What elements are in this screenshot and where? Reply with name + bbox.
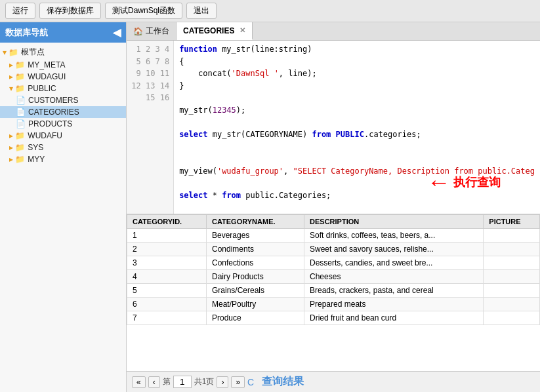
- page-label: 第: [163, 376, 171, 387]
- table-cell: [484, 298, 540, 311]
- main-layout: 数据库导航 ◀ ▾ 📁根节点 ▸ 📁MY_META ▸ 📁WUDAGUI ▾ 📁…: [0, 22, 540, 392]
- file-icon: 📄: [16, 119, 26, 128]
- folder-icon: ▾ 📁: [9, 84, 25, 93]
- sidebar-item-sys[interactable]: ▸ 📁SYS: [0, 142, 126, 153]
- last-page-button[interactable]: »: [231, 376, 245, 388]
- table-cell: Condiments: [206, 243, 304, 256]
- table-cell: 6: [127, 298, 207, 311]
- tab-label: 工作台: [146, 26, 169, 37]
- table-cell: [484, 270, 540, 284]
- code-line-3: concat('DawnSql ', line);: [179, 69, 317, 78]
- table-row: 1BeveragesSoft drinks, coffees, teas, be…: [127, 229, 540, 243]
- file-icon: 📄: [16, 108, 26, 117]
- sidebar-item-myy[interactable]: ▸ 📁MYY: [0, 153, 126, 165]
- results-table-header: CATEGORYID.CATEGORYNAME.DESCRIPTIONPICTU…: [127, 215, 540, 229]
- tree-item-label: CUSTOMERS: [28, 96, 78, 105]
- refresh-icon[interactable]: C: [247, 377, 254, 387]
- sidebar-item-public[interactable]: ▾ 📁PUBLIC: [0, 83, 126, 94]
- table-cell: Confections: [206, 256, 304, 270]
- file-icon: 📄: [16, 96, 26, 105]
- sidebar-collapse-arrow[interactable]: ◀: [113, 26, 121, 39]
- sidebar-item-customers[interactable]: 📄CUSTOMERS: [0, 94, 126, 106]
- home-icon: 🏠: [133, 27, 143, 36]
- tree-item-label: CATEGORIES: [28, 108, 79, 117]
- sidebar-item-wudagui[interactable]: ▸ 📁WUDAGUI: [0, 71, 126, 83]
- table-cell: Desserts, candies, and sweet bre...: [304, 256, 484, 270]
- first-page-button[interactable]: «: [132, 376, 146, 388]
- tree-item-label: MY_META: [28, 60, 65, 69]
- results-panel: CATEGORYID.CATEGORYNAME.DESCRIPTIONPICTU…: [127, 214, 540, 392]
- code-line-8: select my_str(CATEGORYNAME) from PUBLIC.…: [179, 130, 421, 139]
- col-header: DESCRIPTION: [304, 215, 484, 229]
- sidebar-item-categories[interactable]: 📄CATEGORIES: [0, 106, 126, 118]
- table-row: 7ProduceDried fruit and bean curd: [127, 311, 540, 325]
- sidebar-item-root[interactable]: ▾ 📁根节点: [0, 45, 126, 59]
- table-row: 3ConfectionsDesserts, candies, and sweet…: [127, 256, 540, 270]
- table-cell: Dried fruit and bean curd: [304, 311, 484, 325]
- code-line-6: my_str(12345);: [179, 106, 245, 115]
- table-cell: Cheeses: [304, 270, 484, 284]
- sidebar-item-wudafu[interactable]: ▸ 📁WUDAFU: [0, 130, 126, 142]
- table-cell: [484, 256, 540, 270]
- results-table: CATEGORYID.CATEGORYNAME.DESCRIPTIONPICTU…: [127, 214, 540, 325]
- table-cell: Breads, crackers, pasta, and cereal: [304, 284, 484, 298]
- table-cell: [484, 229, 540, 243]
- table-cell: Beverages: [206, 229, 304, 243]
- code-line-11: my_view('wudafu_group', "SELECT Category…: [179, 167, 535, 176]
- code-line-2: {: [179, 57, 184, 66]
- results-table-wrap[interactable]: CATEGORYID.CATEGORYNAME.DESCRIPTIONPICTU…: [127, 214, 540, 371]
- tree-item-label: 根节点: [21, 47, 45, 58]
- next-page-button[interactable]: ›: [217, 376, 228, 388]
- table-row: 4Dairy ProductsCheeses: [127, 270, 540, 284]
- sidebar-tree: ▾ 📁根节点 ▸ 📁MY_META ▸ 📁WUDAGUI ▾ 📁PUBLIC 📄…: [0, 43, 126, 392]
- sidebar-item-products[interactable]: 📄PRODUCTS: [0, 118, 126, 130]
- table-cell: Dairy Products: [206, 270, 304, 284]
- folder-icon: ▸ 📁: [9, 60, 25, 69]
- table-row: 6Meat/PoultryPrepared meats: [127, 298, 540, 311]
- sidebar-header: 数据库导航 ◀: [0, 22, 126, 43]
- content-area: 🏠工作台CATEGORIES✕ 1 2 3 4 5 6 7 8 9 10 11 …: [127, 22, 540, 392]
- table-cell: Meat/Poultry: [206, 298, 304, 311]
- pagination-bar: « ‹ 第 共1页 › » C 查询结果: [127, 371, 540, 392]
- table-cell: Soft drinks, coffees, teas, beers, a...: [304, 229, 484, 243]
- sidebar-title: 数据库导航: [5, 27, 48, 39]
- code-line-1: function my_str(line:string): [179, 45, 312, 54]
- tab-workbench[interactable]: 🏠工作台: [127, 22, 177, 40]
- sidebar-item-my_meta[interactable]: ▸ 📁MY_META: [0, 59, 126, 71]
- folder-icon: ▸ 📁: [9, 131, 25, 140]
- table-cell: Prepared meats: [304, 298, 484, 311]
- prev-page-button[interactable]: ‹: [148, 376, 160, 388]
- toolbar: 运行 保存到数据库 测试DawnSql函数 退出: [0, 0, 540, 22]
- table-row: 2CondimentsSweet and savory sauces, reli…: [127, 243, 540, 256]
- code-content[interactable]: function my_str(line:string) { concat('D…: [174, 41, 540, 214]
- tree-item-label: WUDAGUI: [28, 72, 66, 81]
- table-cell: [484, 284, 540, 298]
- tree-item-label: SYS: [28, 143, 43, 152]
- test-button[interactable]: 测试DawnSql函数: [105, 3, 182, 19]
- save-button[interactable]: 保存到数据库: [39, 3, 101, 19]
- tree-item-label: WUDAFU: [28, 131, 62, 140]
- folder-icon: ▸ 📁: [9, 72, 25, 81]
- tree-item-label: MYY: [28, 155, 45, 164]
- sidebar: 数据库导航 ◀ ▾ 📁根节点 ▸ 📁MY_META ▸ 📁WUDAGUI ▾ 📁…: [0, 22, 127, 392]
- folder-icon: ▸ 📁: [9, 155, 25, 164]
- table-cell: 5: [127, 284, 207, 298]
- code-editor[interactable]: 1 2 3 4 5 6 7 8 9 10 11 12 13 14 15 16 f…: [127, 41, 540, 214]
- table-row: 5Grains/CerealsBreads, crackers, pasta, …: [127, 284, 540, 298]
- line-numbers: 1 2 3 4 5 6 7 8 9 10 11 12 13 14 15 16: [127, 41, 174, 214]
- exit-button[interactable]: 退出: [186, 3, 217, 19]
- page-input[interactable]: [173, 376, 192, 388]
- run-button[interactable]: 运行: [5, 3, 35, 19]
- table-cell: 1: [127, 229, 207, 243]
- table-cell: [484, 311, 540, 325]
- tree-item-label: PRODUCTS: [28, 119, 72, 128]
- code-line-13: select * from public.Categories;: [179, 191, 331, 200]
- tab-categories[interactable]: CATEGORIES✕: [177, 22, 253, 40]
- code-line-4: }: [179, 81, 184, 90]
- tabs-bar: 🏠工作台CATEGORIES✕: [127, 22, 540, 41]
- folder-icon: ▸ 📁: [9, 143, 25, 152]
- table-cell: 7: [127, 311, 207, 325]
- folder-icon: ▾ 📁: [3, 48, 18, 57]
- close-icon[interactable]: ✕: [239, 26, 245, 35]
- results-table-body: 1BeveragesSoft drinks, coffees, teas, be…: [127, 229, 540, 325]
